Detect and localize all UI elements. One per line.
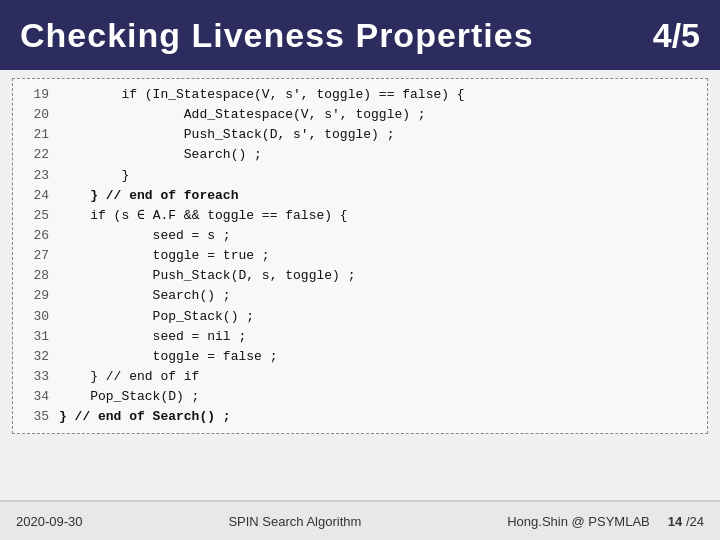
line-number: 26 bbox=[21, 226, 49, 246]
table-row: 35} // end of Search() ; bbox=[21, 407, 699, 427]
table-row: 33 } // end of if bbox=[21, 367, 699, 387]
line-number: 34 bbox=[21, 387, 49, 407]
footer-center: SPIN Search Algorithm bbox=[228, 514, 361, 529]
line-content: Pop_Stack() ; bbox=[59, 307, 254, 327]
line-number: 27 bbox=[21, 246, 49, 266]
line-content: } // end of foreach bbox=[59, 186, 238, 206]
line-number: 25 bbox=[21, 206, 49, 226]
line-content: toggle = true ; bbox=[59, 246, 270, 266]
table-row: 30 Pop_Stack() ; bbox=[21, 307, 699, 327]
footer-total: /24 bbox=[686, 514, 704, 529]
line-number: 21 bbox=[21, 125, 49, 145]
table-row: 26 seed = s ; bbox=[21, 226, 699, 246]
table-row: 25 if (s ∈ A.F && toggle == false) { bbox=[21, 206, 699, 226]
line-content: Search() ; bbox=[59, 286, 231, 306]
slide-header: Checking Liveness Properties 4/5 bbox=[0, 0, 720, 70]
line-content: } // end of Search() ; bbox=[59, 407, 231, 427]
line-number: 33 bbox=[21, 367, 49, 387]
line-content: } bbox=[59, 166, 129, 186]
slide-content: 19 if (In_Statespace(V, s', toggle) == f… bbox=[0, 70, 720, 500]
slide-title: Checking Liveness Properties bbox=[20, 16, 534, 55]
line-content: } // end of if bbox=[59, 367, 199, 387]
line-content: Pop_Stack(D) ; bbox=[59, 387, 199, 407]
line-content: Push_Stack(D, s', toggle) ; bbox=[59, 125, 394, 145]
table-row: 29 Search() ; bbox=[21, 286, 699, 306]
line-number: 32 bbox=[21, 347, 49, 367]
line-content: seed = nil ; bbox=[59, 327, 246, 347]
line-content: seed = s ; bbox=[59, 226, 231, 246]
table-row: 32 toggle = false ; bbox=[21, 347, 699, 367]
line-content: if (In_Statespace(V, s', toggle) == fals… bbox=[59, 85, 465, 105]
line-number: 22 bbox=[21, 145, 49, 165]
line-number: 24 bbox=[21, 186, 49, 206]
line-content: Push_Stack(D, s, toggle) ; bbox=[59, 266, 355, 286]
table-row: 23 } bbox=[21, 166, 699, 186]
table-row: 19 if (In_Statespace(V, s', toggle) == f… bbox=[21, 85, 699, 105]
line-number: 23 bbox=[21, 166, 49, 186]
table-row: 27 toggle = true ; bbox=[21, 246, 699, 266]
line-number: 30 bbox=[21, 307, 49, 327]
table-row: 20 Add_Statespace(V, s', toggle) ; bbox=[21, 105, 699, 125]
slide-footer: 2020-09-30 SPIN Search Algorithm Hong.Sh… bbox=[0, 500, 720, 540]
code-block: 19 if (In_Statespace(V, s', toggle) == f… bbox=[12, 78, 708, 434]
table-row: 24 } // end of foreach bbox=[21, 186, 699, 206]
line-number: 28 bbox=[21, 266, 49, 286]
footer-page: 14 bbox=[668, 514, 682, 529]
line-number: 35 bbox=[21, 407, 49, 427]
line-number: 20 bbox=[21, 105, 49, 125]
table-row: 34 Pop_Stack(D) ; bbox=[21, 387, 699, 407]
line-content: if (s ∈ A.F && toggle == false) { bbox=[59, 206, 348, 226]
table-row: 31 seed = nil ; bbox=[21, 327, 699, 347]
footer-right: Hong.Shin @ PSYMLAB 14 /24 bbox=[507, 514, 704, 529]
line-content: Search() ; bbox=[59, 145, 262, 165]
table-row: 22 Search() ; bbox=[21, 145, 699, 165]
footer-author: Hong.Shin @ PSYMLAB bbox=[507, 514, 650, 529]
slide-number: 4/5 bbox=[653, 16, 700, 55]
line-content: Add_Statespace(V, s', toggle) ; bbox=[59, 105, 426, 125]
line-number: 31 bbox=[21, 327, 49, 347]
table-row: 21 Push_Stack(D, s', toggle) ; bbox=[21, 125, 699, 145]
line-number: 29 bbox=[21, 286, 49, 306]
line-number: 19 bbox=[21, 85, 49, 105]
table-row: 28 Push_Stack(D, s, toggle) ; bbox=[21, 266, 699, 286]
footer-date: 2020-09-30 bbox=[16, 514, 83, 529]
line-content: toggle = false ; bbox=[59, 347, 277, 367]
